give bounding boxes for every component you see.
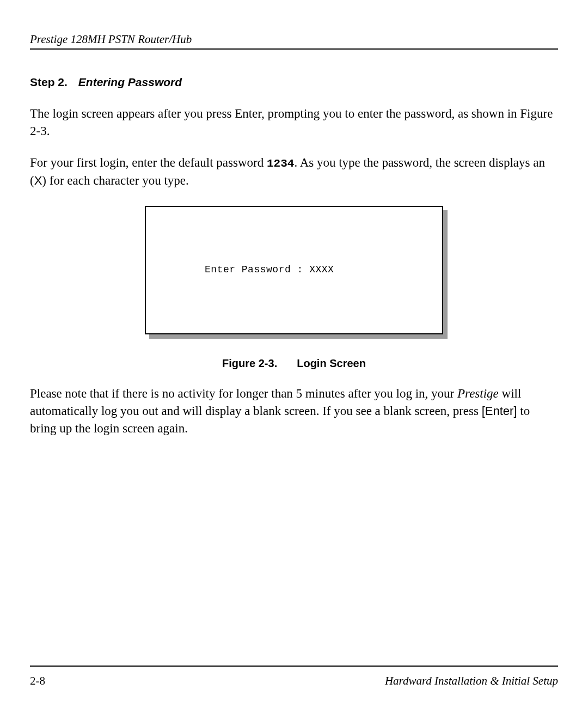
step-title: Entering Password [78, 76, 182, 88]
footer-row: 2-8 Hardward Installation & Initial Setu… [30, 674, 558, 688]
footer-section-title: Hardward Installation & Initial Setup [385, 674, 558, 688]
page-number: 2-8 [30, 674, 45, 688]
footer-rule [30, 666, 558, 667]
default-password: 1234 [267, 157, 294, 170]
running-header: Prestige 128MH PSTN Router/Hub [30, 33, 558, 50]
body-paragraph-2: For your first login, enter the default … [30, 154, 558, 190]
terminal-password-prompt: Enter Password : XXXX [205, 264, 334, 275]
p2-text-pre: For your first login, enter the default … [30, 156, 267, 169]
figure-caption: Figure 2-3.Login Screen [30, 357, 558, 370]
enter-key: Enter [485, 404, 514, 418]
body-paragraph-1: The login screen appears after you press… [30, 105, 558, 140]
step-number-label: Step 2. [30, 76, 68, 88]
figure-login-screen: Enter Password : XXXX [145, 206, 443, 334]
page-footer: 2-8 Hardward Installation & Initial Setu… [30, 666, 558, 688]
figure-caption-label: Figure 2-3. [222, 357, 277, 369]
step-heading: Step 2.Entering Password [30, 76, 558, 89]
figure-box: Enter Password : XXXX [145, 206, 443, 334]
masking-char: X [34, 174, 42, 187]
product-name: Prestige [457, 387, 499, 400]
figure-caption-title: Login Screen [297, 357, 366, 369]
p2-text-post: ) for each character you type. [42, 174, 188, 187]
p3-text-pre: Please note that if there is no activity… [30, 387, 457, 400]
body-paragraph-3: Please note that if there is no activity… [30, 385, 558, 438]
